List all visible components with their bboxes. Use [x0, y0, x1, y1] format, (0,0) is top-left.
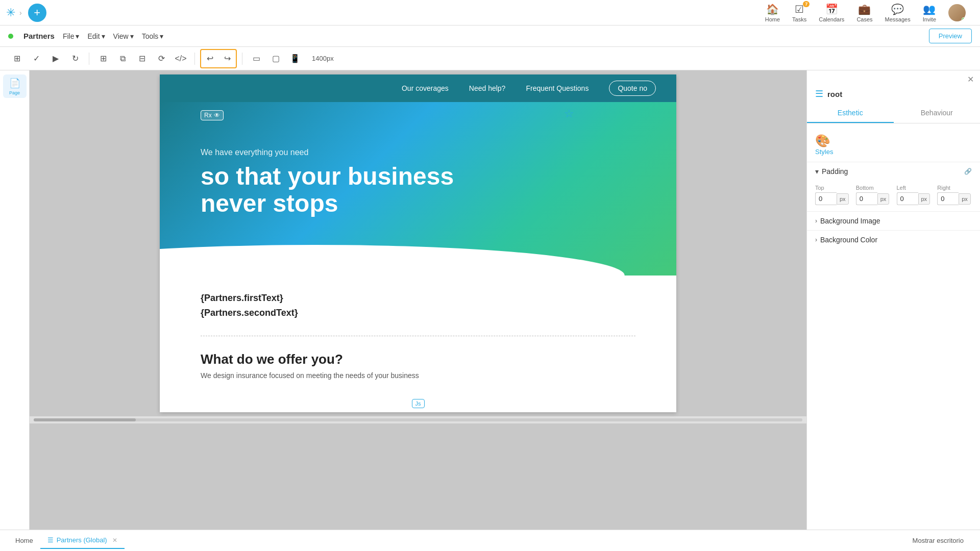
mobile-view-button[interactable]: 📱: [286, 50, 304, 67]
layers-button[interactable]: ⧉: [114, 50, 131, 67]
right-panel: ✕ ☰ root Esthetic Behaviour 🎨 Styles ▾ P…: [806, 70, 980, 530]
panel-close-row: ✕: [807, 70, 980, 86]
padding-right-input[interactable]: [937, 192, 959, 205]
offer-title: What do we offer you?: [201, 352, 635, 367]
invite-icon: 👥: [923, 3, 936, 15]
page-icon: 📄: [9, 78, 20, 89]
padding-collapsible[interactable]: ▾ Padding 🔗: [807, 162, 980, 181]
padding-top-field: Top px: [815, 185, 850, 205]
code-button[interactable]: </>: [172, 50, 189, 67]
canvas-page: Our coverages Need help? Frequent Questi…: [160, 74, 676, 412]
padding-left-field: Left px: [897, 185, 932, 205]
js-badge: Js: [412, 399, 425, 408]
canvas-size-label: 1400px: [312, 55, 334, 62]
refresh-button[interactable]: ↻: [66, 50, 84, 67]
padding-left-input[interactable]: [897, 192, 918, 205]
toolbar-divider-2: [194, 53, 195, 65]
tab-behaviour[interactable]: Behaviour: [894, 104, 981, 123]
canvas-scroll: Our coverages Need help? Frequent Questi…: [30, 70, 806, 416]
desktop-view-button[interactable]: ▭: [248, 50, 265, 67]
tab-esthetic[interactable]: Esthetic: [807, 104, 894, 123]
padding-row: Top px Bottom px Left: [815, 185, 972, 205]
padding-top-unit: px: [837, 193, 849, 205]
hero-tagline: We have everything you need: [201, 148, 635, 157]
sidebar-item-page[interactable]: 📄 Page: [3, 74, 27, 98]
padding-top-input[interactable]: [815, 192, 837, 205]
nav-quote[interactable]: Quote no: [609, 81, 656, 96]
hero-section: Rx 👁 ☆ We have everything you need so th…: [160, 102, 676, 276]
menu-tools[interactable]: Tools ▾: [142, 32, 164, 40]
panel-close-button[interactable]: ✕: [967, 74, 974, 84]
nav-home[interactable]: 🏠 Home: [765, 3, 780, 22]
root-label: root: [827, 90, 842, 98]
scrollbar-thumb[interactable]: [34, 418, 136, 421]
background-color-row[interactable]: › Background Color: [807, 230, 980, 249]
root-icon: ☰: [815, 88, 823, 99]
grid-button[interactable]: ⊞: [94, 50, 112, 67]
logo-icon[interactable]: ✳: [6, 6, 15, 19]
rx-badge: Rx 👁: [201, 110, 224, 120]
play-button[interactable]: ▶: [47, 50, 64, 67]
wave-divider: [160, 245, 676, 276]
nav-tasks[interactable]: ☑ 7 Tasks: [792, 3, 806, 22]
nav-calendars[interactable]: 📅 Calendars: [819, 3, 844, 22]
online-status-dot: [962, 17, 966, 21]
nav-faq[interactable]: Frequent Questions: [526, 84, 589, 92]
padding-left-label: Left: [897, 185, 932, 191]
home-icon: 🏠: [766, 3, 779, 15]
online-dot: [8, 34, 13, 39]
menu-file[interactable]: File ▾: [63, 32, 80, 40]
undo-button[interactable]: ↩: [201, 50, 218, 67]
main-area: 📄 Page Our coverages Need help? Frequent…: [0, 70, 980, 530]
padding-bottom-label: Bottom: [856, 185, 891, 191]
styles-icon: 🎨: [815, 134, 830, 148]
padding-bottom-field: Bottom px: [856, 185, 891, 205]
cases-icon: 💼: [858, 3, 871, 15]
loop-button[interactable]: ⟳: [153, 50, 170, 67]
sidebar-toggle-button[interactable]: ⊞: [8, 50, 26, 67]
nav-cases[interactable]: 💼 Cases: [856, 3, 872, 22]
project-name: Partners: [23, 32, 55, 40]
background-image-row[interactable]: › Background Image: [807, 211, 980, 230]
second-bar: Partners File ▾ Edit ▾ View ▾ Tools ▾ Pr…: [0, 26, 980, 47]
mostrar-escritorio-button[interactable]: Mostrar escritorio: [904, 537, 972, 544]
left-sidebar: 📄 Page: [0, 70, 30, 530]
horizontal-scrollbar[interactable]: [30, 416, 806, 423]
nav-invite[interactable]: 👥 Invite: [923, 3, 936, 22]
add-button[interactable]: +: [28, 4, 46, 22]
background-image-label: Background Image: [820, 217, 880, 225]
tab-partners-global[interactable]: ☰ Partners (Global) ✕: [40, 532, 125, 549]
check-button[interactable]: ✓: [28, 50, 45, 67]
eye-icon: 👁: [214, 112, 220, 119]
toolbar-divider-3: [242, 53, 242, 65]
hero-title: so that your businessnever stops: [201, 163, 635, 217]
tab-close-button[interactable]: ✕: [112, 537, 117, 544]
scrollbar-track: [34, 418, 802, 421]
padding-bottom-input[interactable]: [856, 192, 877, 205]
tab-home[interactable]: Home: [8, 533, 40, 548]
expand-arrow-icon[interactable]: ›: [19, 9, 22, 17]
padding-link-icon: 🔗: [964, 168, 972, 175]
padding-right-label: Right: [937, 185, 972, 191]
redo-button[interactable]: ↪: [218, 50, 236, 67]
styles-label: Styles: [815, 148, 833, 156]
bg-color-chevron-icon: ›: [815, 236, 817, 243]
canvas-area[interactable]: Our coverages Need help? Frequent Questi…: [30, 70, 806, 530]
preview-button[interactable]: Preview: [929, 29, 972, 43]
menu-view[interactable]: View ▾: [113, 32, 134, 40]
offer-desc: We design insurance focused on meeting t…: [201, 371, 635, 380]
padding-fields: Top px Bottom px Left: [807, 181, 980, 211]
menu-edit[interactable]: Edit ▾: [87, 32, 105, 40]
undo-redo-group: ↩ ↪: [200, 49, 237, 68]
toolbar-divider-1: [89, 53, 89, 65]
nav-messages[interactable]: 💬 Messages: [885, 3, 911, 22]
star-icon: ☆: [564, 107, 574, 120]
nav-coverages[interactable]: Our coverages: [402, 84, 449, 92]
chevron-down-icon: ▾: [815, 167, 819, 176]
tab-partners-label: Partners (Global): [57, 536, 107, 544]
user-avatar[interactable]: [948, 4, 966, 21]
padding-label: Padding: [822, 167, 961, 176]
nav-help[interactable]: Need help?: [469, 84, 506, 92]
sliders-button[interactable]: ⊟: [133, 50, 151, 67]
tablet-view-button[interactable]: ▢: [267, 50, 284, 67]
